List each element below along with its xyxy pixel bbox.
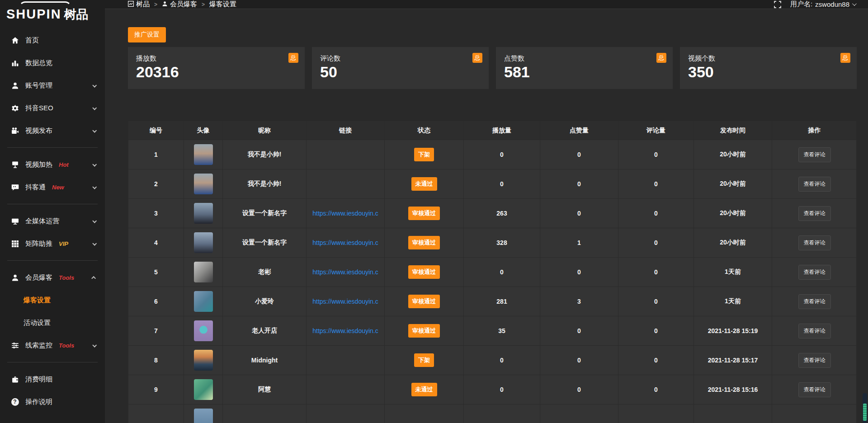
col-header-plays: 播放量 — [464, 121, 540, 140]
sidebar-item-account[interactable]: 账号管理 — [0, 74, 105, 97]
sidebar-item-video-heat[interactable]: 视频加热 Hot — [0, 153, 105, 176]
sidebar-subitem-baoke-settings[interactable]: 爆客设置 — [0, 289, 105, 311]
view-comments-button[interactable]: 查看评论 — [798, 147, 831, 162]
cell-status — [385, 404, 464, 423]
logo-text-cn: 树品 — [64, 8, 89, 21]
status-badge: 审核通过 — [408, 265, 440, 279]
video-link[interactable] — [307, 140, 385, 169]
cell-time: 20小时前 — [694, 169, 772, 198]
scrollbar-thumb[interactable] — [863, 404, 867, 421]
sidebar-item-label: 抖客通 — [25, 183, 46, 192]
sidebar-item-label: 首页 — [25, 36, 39, 45]
chevron-down-icon — [92, 343, 97, 347]
sidebar-item-clue-monitor[interactable]: 线索监控 Tools — [0, 334, 105, 357]
video-link[interactable]: https://www.iesdouyin.c — [307, 316, 385, 345]
sidebar-item-video-publish[interactable]: 视频发布 — [0, 119, 105, 142]
sidebar-item-matrix-boost[interactable]: 矩阵助推 VIP — [0, 232, 105, 255]
monitor-icon — [11, 217, 19, 225]
question-circle-icon: ? — [11, 398, 19, 406]
main-content: 推广设置 播放数 20316 总 评论数 50 总 点赞数 581 总 — [105, 9, 868, 423]
cell-link — [307, 404, 385, 423]
video-camera-icon — [11, 127, 19, 135]
video-link[interactable] — [307, 346, 385, 375]
chat-bubble-icon — [11, 183, 19, 191]
cell-action: 查看评论 — [772, 346, 857, 375]
cell-comments: 0 — [618, 199, 694, 228]
cell-likes: 0 — [540, 140, 618, 169]
cell-id: 1 — [128, 140, 184, 169]
avatar-image — [194, 409, 213, 423]
view-comments-button[interactable]: 查看评论 — [798, 265, 831, 280]
sidebar-item-help[interactable]: ? 操作说明 — [0, 390, 105, 413]
cell-nickname: 阿慧 — [223, 375, 307, 404]
sidebar-item-douyin-seo[interactable]: 抖音SEO — [0, 97, 105, 119]
stat-card-videos: 视频个数 350 总 — [680, 47, 857, 89]
cell-avatar — [184, 346, 223, 375]
fullscreen-icon[interactable] — [774, 1, 781, 8]
table-row-partial — [128, 404, 856, 423]
breadcrumb-item-home[interactable]: 树品 — [128, 0, 150, 9]
cell-comments: 0 — [618, 375, 694, 404]
avatar-image — [194, 379, 213, 400]
cell-id: 8 — [128, 346, 184, 375]
stat-label: 播放数 — [136, 54, 297, 63]
view-comments-button[interactable]: 查看评论 — [798, 206, 831, 221]
status-badge: 未通过 — [411, 383, 437, 396]
chevron-down-icon — [92, 128, 97, 132]
video-link[interactable] — [307, 375, 385, 404]
sidebar-item-data-overview[interactable]: 数据总览 — [0, 52, 105, 74]
video-link[interactable]: https://www.iesdouyin.c — [307, 258, 385, 287]
sidebar-item-label: 矩阵助推 — [25, 240, 52, 248]
sidebar-item-label: 视频发布 — [25, 127, 52, 135]
video-link[interactable]: https://www.iesdouyin.c — [307, 228, 385, 257]
view-comments-button[interactable]: 查看评论 — [798, 294, 831, 309]
cell-nickname: Midnight — [223, 346, 307, 375]
sidebar-item-home[interactable]: 首页 — [0, 29, 105, 52]
view-comments-button[interactable]: 查看评论 — [798, 353, 831, 368]
video-link[interactable] — [307, 169, 385, 198]
breadcrumb-separator: > — [202, 1, 205, 8]
view-comments-button[interactable]: 查看评论 — [798, 382, 831, 397]
scrollbar[interactable] — [863, 393, 867, 423]
cell-plays: 263 — [464, 199, 540, 228]
username-value: zswodun88 — [815, 0, 849, 8]
breadcrumb-item-member-baoke[interactable]: 会员爆客 — [162, 0, 197, 9]
cell-avatar — [184, 169, 223, 198]
sidebar-item-media-ops[interactable]: 全媒体运营 — [0, 210, 105, 232]
view-comments-button[interactable]: 查看评论 — [798, 177, 831, 192]
cell-action: 查看评论 — [772, 287, 857, 316]
cell-status: 下架 — [385, 140, 464, 169]
table-row: 1 我不是小帅! 下架 0 0 0 20小时前 查看评论 — [128, 140, 856, 169]
user-menu[interactable]: 用户名: zswodun88 — [790, 0, 855, 9]
cell-status: 审核通过 — [385, 287, 464, 316]
sidebar-item-label: 视频加热 — [25, 160, 52, 169]
chevron-up-icon — [91, 276, 96, 280]
view-comments-button[interactable]: 查看评论 — [798, 235, 831, 250]
avatar-image — [194, 320, 213, 341]
col-header-status: 状态 — [385, 121, 464, 140]
sidebar-item-label: 账号管理 — [25, 81, 52, 90]
sidebar-item-doukertong[interactable]: 抖客通 New — [0, 176, 105, 198]
cell-avatar — [184, 404, 223, 423]
total-badge: 总 — [288, 53, 298, 63]
view-comments-button[interactable]: 查看评论 — [798, 324, 831, 338]
stat-card-plays: 播放数 20316 总 — [128, 47, 305, 89]
cell-avatar — [184, 258, 223, 287]
logo-arc-icon — [19, 1, 71, 8]
sidebar-subitem-activity-settings[interactable]: 活动设置 — [0, 311, 105, 334]
briefcase-icon — [11, 376, 19, 383]
video-link[interactable]: https://www.iesdouyin.c — [307, 199, 385, 228]
logo-text-en: SHUPIN — [6, 7, 61, 21]
sidebar-item-expense-detail[interactable]: 消费明细 — [0, 368, 105, 390]
total-badge: 总 — [472, 53, 482, 63]
sidebar-item-member-baoke[interactable]: 会员爆客 Tools — [0, 266, 105, 289]
cell-likes: 0 — [540, 346, 618, 375]
cell-action — [772, 404, 857, 423]
cell-plays: 0 — [464, 346, 540, 375]
cell-status: 下架 — [385, 346, 464, 375]
new-badge: New — [52, 184, 64, 191]
promo-settings-button[interactable]: 推广设置 — [128, 27, 166, 42]
col-header-action: 操作 — [772, 121, 857, 140]
video-link[interactable]: https://www.iesdouyin.c — [307, 287, 385, 316]
chevron-down-icon — [92, 83, 97, 87]
